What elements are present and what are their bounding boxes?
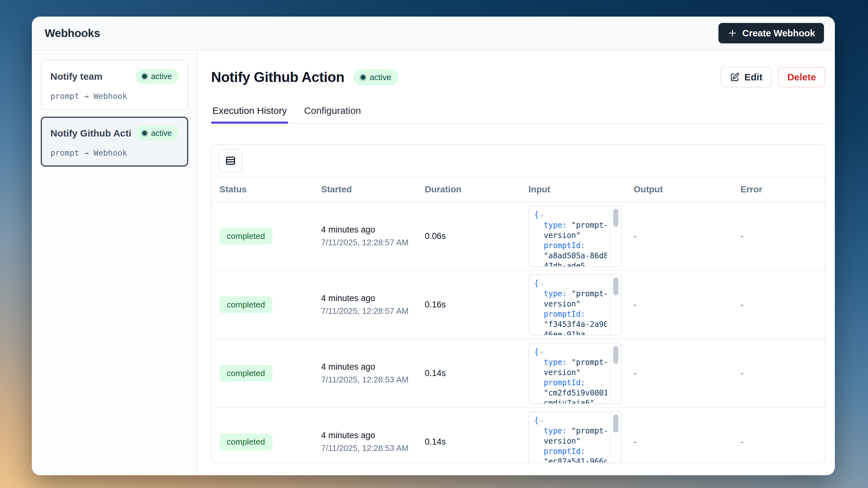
column-header: Error bbox=[740, 184, 817, 194]
output-value: - bbox=[633, 368, 740, 378]
execution-row: completed 4 minutes ago 7/11/2025, 12:28… bbox=[212, 339, 825, 408]
app-window: Webhooks Create Webhook Notify team acti… bbox=[32, 17, 835, 475]
started-absolute: 7/11/2025, 12:28:57 AM bbox=[321, 306, 425, 316]
column-header: Input bbox=[528, 184, 633, 194]
execution-row: completed 4 minutes ago 7/11/2025, 12:28… bbox=[212, 408, 825, 463]
json-scrollbar-track[interactable] bbox=[610, 412, 621, 463]
execution-row: completed 4 minutes ago 7/11/2025, 12:28… bbox=[212, 271, 825, 339]
main-panel: Notify Github Action active Edit Delete bbox=[198, 51, 835, 475]
tab-configuration[interactable]: Configuration bbox=[303, 105, 362, 123]
json-line: promptId: bbox=[534, 378, 607, 388]
started-relative: 4 minutes ago bbox=[321, 225, 425, 235]
titlebar: Webhooks Create Webhook bbox=[32, 17, 835, 51]
json-scrollbar-track[interactable] bbox=[610, 206, 621, 266]
edit-pencil-icon bbox=[730, 72, 740, 82]
webhook-status-label: active bbox=[151, 72, 172, 81]
status-badge: completed bbox=[219, 433, 272, 450]
started-relative: 4 minutes ago bbox=[321, 294, 425, 303]
detail-status-label: active bbox=[370, 72, 391, 82]
detail-header: Notify Github Action active Edit Delete bbox=[211, 67, 825, 87]
error-value: - bbox=[740, 437, 817, 447]
input-json-viewer[interactable]: {⌄type: "prompt-version"promptId:"ec87a5… bbox=[528, 411, 621, 463]
page-background: { "app": { "title": "Webhooks", "create_… bbox=[0, 0, 868, 488]
status-dot-icon bbox=[361, 75, 366, 80]
json-line: "cm2fd5i9v0001ff bbox=[534, 388, 607, 398]
detail-tabs: Execution HistoryConfiguration bbox=[211, 105, 825, 124]
create-webhook-label: Create Webhook bbox=[742, 28, 815, 39]
json-line: version" bbox=[534, 367, 607, 378]
json-collapse-icon[interactable]: ⌄ bbox=[540, 347, 544, 355]
json-content: {⌄type: "prompt-version"promptId:"ec87a5… bbox=[534, 415, 607, 463]
column-header: Started bbox=[321, 184, 425, 194]
json-collapse-icon[interactable]: ⌄ bbox=[540, 416, 544, 423]
status-badge: completed bbox=[219, 365, 272, 382]
input-json-viewer[interactable]: {⌄type: "prompt-version"promptId:"cm2fd5… bbox=[528, 343, 621, 404]
json-scrollbar-thumb[interactable] bbox=[613, 346, 618, 364]
tab-execution-history[interactable]: Execution History bbox=[211, 105, 288, 123]
json-scrollbar-thumb[interactable] bbox=[613, 209, 618, 227]
json-line: type: "prompt- bbox=[534, 426, 607, 436]
table-rows-icon bbox=[224, 155, 237, 167]
output-value: - bbox=[633, 231, 740, 241]
error-value: - bbox=[740, 300, 817, 310]
status-badge: completed bbox=[219, 228, 272, 245]
json-line: version" bbox=[534, 436, 607, 446]
detail-title: Notify Github Action bbox=[211, 69, 344, 85]
json-content: {⌄type: "prompt-version"promptId:"a8ad50… bbox=[534, 210, 607, 267]
output-value: - bbox=[633, 437, 740, 447]
json-collapse-icon[interactable]: ⌄ bbox=[540, 210, 544, 217]
status-dot-icon bbox=[142, 74, 147, 79]
json-line: promptId: bbox=[534, 309, 607, 319]
webhook-card[interactable]: Notify team active prompt → Webhook bbox=[41, 60, 188, 110]
json-scrollbar-track[interactable] bbox=[610, 343, 621, 403]
delete-label: Delete bbox=[787, 72, 816, 83]
webhook-status-badge: active bbox=[135, 69, 179, 84]
webhook-list: Notify team active prompt → Webhook Noti… bbox=[32, 51, 198, 475]
json-line: type: "prompt- bbox=[534, 357, 607, 367]
table-header-row: StatusStartedDurationInputOutputError bbox=[212, 177, 825, 202]
table-view-toggle-button[interactable] bbox=[219, 149, 242, 173]
json-line: {⌄ bbox=[534, 347, 607, 357]
executions-table: StatusStartedDurationInputOutputError co… bbox=[211, 144, 825, 463]
column-header: Duration bbox=[425, 184, 528, 194]
json-scrollbar-track[interactable] bbox=[610, 275, 621, 335]
webhook-card[interactable]: Notify Github Acti... active prompt → We… bbox=[41, 117, 188, 166]
duration-value: 0.14s bbox=[425, 368, 528, 378]
json-scrollbar-thumb[interactable] bbox=[613, 415, 618, 432]
json-line: type: "prompt- bbox=[534, 220, 607, 230]
error-value: - bbox=[740, 231, 817, 241]
input-json-viewer[interactable]: {⌄type: "prompt-version"promptId:"f3453f… bbox=[528, 274, 621, 336]
webhook-route: prompt → Webhook bbox=[51, 92, 179, 101]
started-relative: 4 minutes ago bbox=[321, 431, 425, 440]
json-line: 47db-ade5 bbox=[534, 261, 607, 267]
json-line: {⌄ bbox=[534, 278, 607, 288]
plus-icon bbox=[727, 28, 738, 38]
status-badge: completed bbox=[219, 296, 272, 313]
edit-label: Edit bbox=[744, 72, 763, 83]
json-line: promptId: bbox=[534, 241, 607, 251]
json-collapse-icon[interactable]: ⌄ bbox=[540, 278, 544, 286]
duration-value: 0.14s bbox=[425, 437, 528, 447]
detail-actions: Edit Delete bbox=[720, 67, 825, 87]
json-line: type: "prompt- bbox=[534, 288, 607, 299]
input-json-viewer[interactable]: {⌄type: "prompt-version"promptId:"a8ad50… bbox=[528, 206, 621, 267]
delete-button[interactable]: Delete bbox=[778, 67, 825, 87]
column-header: Output bbox=[633, 184, 740, 194]
error-value: - bbox=[740, 368, 817, 378]
json-line: version" bbox=[534, 230, 607, 241]
started-absolute: 7/11/2025, 12:28:53 AM bbox=[321, 444, 425, 453]
json-line: {⌄ bbox=[534, 210, 607, 220]
json-content: {⌄type: "prompt-version"promptId:"cm2fd5… bbox=[534, 347, 607, 404]
detail-status-badge: active bbox=[353, 69, 399, 86]
started-absolute: 7/11/2025, 12:28:57 AM bbox=[321, 238, 425, 247]
webhook-status-badge: active bbox=[135, 126, 179, 141]
create-webhook-button[interactable]: Create Webhook bbox=[718, 23, 824, 43]
json-line: cmdiv7aia6" bbox=[534, 398, 607, 404]
json-line: promptId: bbox=[534, 446, 607, 456]
json-content: {⌄type: "prompt-version"promptId:"f3453f… bbox=[534, 278, 607, 336]
json-scrollbar-thumb[interactable] bbox=[613, 277, 618, 295]
status-dot-icon bbox=[142, 131, 147, 135]
json-line: version" bbox=[534, 299, 607, 309]
edit-button[interactable]: Edit bbox=[720, 67, 772, 87]
json-line: "a8ad505a-86d8- bbox=[534, 251, 607, 261]
